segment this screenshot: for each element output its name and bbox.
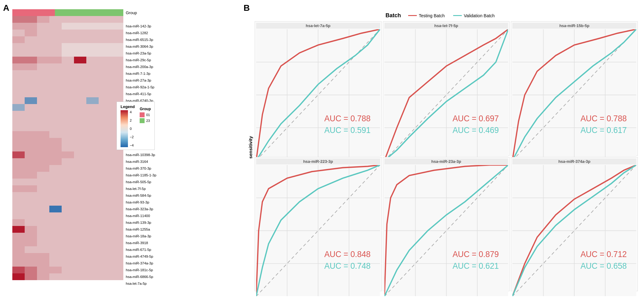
- heatmap-cell: [111, 179, 123, 185]
- heatmap-cell: [62, 253, 74, 260]
- heatmap-cell: [74, 30, 86, 36]
- heatmap-cell: [12, 212, 25, 219]
- heatmap-cell: [74, 16, 86, 23]
- heatmap-cell: [86, 104, 99, 111]
- heatmap-cell: [86, 50, 99, 57]
- heatmap-cell: [49, 97, 62, 104]
- heatmap-cell: [12, 246, 25, 253]
- heatmap-cell: [62, 206, 74, 212]
- heatmap-cell: [62, 199, 74, 206]
- heatmap-cell: [62, 16, 74, 23]
- auc-teal-text: AUC = 0.591: [324, 125, 371, 135]
- heatmap-cell: [37, 219, 49, 226]
- heatmap-cell: [99, 124, 111, 131]
- heatmap-cell: [86, 253, 99, 260]
- heatmap-cell: [25, 260, 37, 267]
- heatmap-cell: [25, 226, 37, 233]
- heatmap-cell: [111, 36, 123, 43]
- heatmap-cell: [12, 273, 25, 280]
- heatmap-cell: [12, 111, 25, 118]
- heatmap-cell: [74, 91, 86, 97]
- roc-panel-title: hsa-miR-23a-3p: [384, 159, 508, 164]
- heatmap-cell: [99, 23, 111, 30]
- roc-panel-title: hsa-let-7a-5p: [256, 23, 380, 29]
- y-axis-wrapper: sensitivity: [247, 21, 255, 273]
- heatmap-cell: [37, 77, 49, 84]
- figure-container: A Group hsa-miR-142-3phsa-miR-1282hsa-mi…: [0, 0, 644, 298]
- heatmap-cell: [25, 63, 37, 70]
- heatmap-cell: [86, 43, 99, 50]
- heatmap-cell: [99, 240, 111, 246]
- heatmap-cell: [25, 158, 37, 165]
- heatmap-cell: [25, 16, 37, 23]
- roc-panel-title: hsa-miR-374a-3p: [512, 159, 636, 164]
- heatmap-cell: [111, 23, 123, 30]
- heatmap-cell: [99, 118, 111, 124]
- row-label: hsa-let-7f-5p: [126, 185, 156, 192]
- roc-svg: AUC = 0.712AUC = 0.6580.000.000.250.250.…: [512, 165, 636, 296]
- validation-label: Validation Batch: [464, 13, 494, 18]
- heatmap-cell: [111, 240, 123, 246]
- testing-line: [408, 15, 417, 16]
- heatmap-cell: [12, 253, 25, 260]
- heatmap-cell: [111, 30, 123, 36]
- heatmap-cell: [74, 260, 86, 267]
- heatmap-cell: [37, 179, 49, 185]
- heatmap-cell: [99, 104, 111, 111]
- heatmap-cell: [74, 246, 86, 253]
- heatmap-cell: [99, 192, 111, 199]
- heatmap-cell: [99, 138, 111, 145]
- row-label: hsa-miR-6515-3p: [126, 36, 156, 43]
- heatmap-cell: [99, 273, 111, 280]
- heatmap-cell: [12, 43, 25, 50]
- heatmap-cell: [62, 212, 74, 219]
- legend-gradient: [121, 110, 128, 147]
- roc-panel: hsa-miR-23a-3pAUC = 0.879AUC = 0.6210.00…: [383, 157, 510, 292]
- heatmap-cell: [37, 23, 49, 30]
- roc-with-yaxis: sensitivity hsa-let-7a-5pAUC = 0.788AUC …: [247, 21, 638, 273]
- row-label: hsa-miR-200a-3p: [126, 63, 156, 70]
- heatmap-cell: [49, 111, 62, 118]
- heatmap-cell: [99, 185, 111, 192]
- heatmap-cell: [12, 70, 25, 77]
- heatmap-cell: [86, 30, 99, 36]
- heatmap-cell: [111, 246, 123, 253]
- heatmap-cell: [62, 219, 74, 226]
- auc-pink-text: AUC = 0.788: [580, 114, 627, 123]
- heatmap-cell: [62, 23, 74, 30]
- heatmap-cell: [49, 240, 62, 246]
- roc-panel-title: hsa-let-7f-5p: [384, 23, 508, 29]
- heatmap-cell: [111, 206, 123, 212]
- heatmap-cell: [49, 23, 62, 30]
- row-label: hsa-miR-3064-3p: [126, 43, 156, 50]
- heatmap-cell: [111, 212, 123, 219]
- heatmap-cell: [74, 145, 86, 151]
- roc-svg: AUC = 0.848AUC = 0.7480.000.000.250.250.…: [256, 165, 380, 296]
- heatmap-cell: [37, 260, 49, 267]
- heatmap-cell: [37, 84, 49, 91]
- heatmap-cell: [86, 151, 99, 158]
- group-label: Group: [126, 10, 137, 15]
- heatmap-cell: [86, 16, 99, 23]
- heatmap-cell: [12, 131, 25, 138]
- heatmap-cell: [12, 219, 25, 226]
- heatmap-cell: [37, 43, 49, 50]
- heatmap-cell: [25, 23, 37, 30]
- heatmap-cell: [99, 206, 111, 212]
- heatmap-cell: [25, 273, 37, 280]
- heatmap-cell: [37, 199, 49, 206]
- heatmap-cell: [62, 97, 74, 104]
- heatmap-cell: [62, 165, 74, 172]
- heatmap-cell: [62, 240, 74, 246]
- heatmap-cell: [25, 240, 37, 246]
- heatmap-cell: [99, 43, 111, 50]
- heatmap-cell: [37, 97, 49, 104]
- heatmap-cell: [62, 91, 74, 97]
- y-axis-label: sensitivity: [248, 136, 253, 158]
- heatmap-cell: [25, 118, 37, 124]
- heatmap-cell: [49, 70, 62, 77]
- heatmap-cell: [62, 145, 74, 151]
- heatmap-cell: [37, 151, 49, 158]
- heatmap-cell: [49, 212, 62, 219]
- heatmap-cell: [37, 131, 49, 138]
